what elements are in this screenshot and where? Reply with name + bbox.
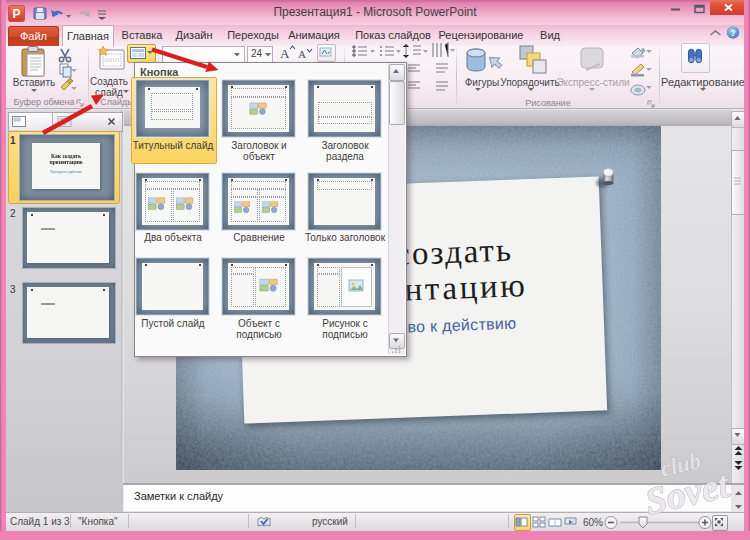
svg-text:Sovet: Sovet: [641, 462, 734, 522]
